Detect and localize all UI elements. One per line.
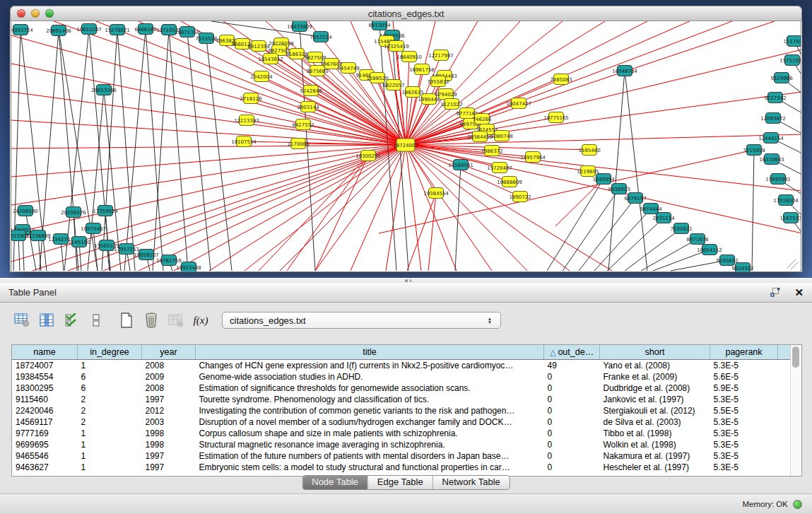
graph-node[interactable]: 9227342 bbox=[764, 93, 786, 103]
tab-edge-table[interactable]: Edge Table bbox=[367, 476, 433, 489]
column-header-short[interactable]: short bbox=[600, 345, 710, 360]
graph-node-label: 7857224 bbox=[310, 35, 332, 40]
table-row[interactable]: 1872400712008Changes of HCN gene express… bbox=[12, 360, 798, 372]
table-row[interactable]: 946554611997Estimation of the future num… bbox=[12, 450, 798, 462]
graph-node[interactable]: 16961758 bbox=[409, 64, 435, 75]
edge-red bbox=[11, 145, 406, 148]
graph-node-label: 12923448 bbox=[176, 265, 201, 271]
graph-node[interactable]: 12217987 bbox=[428, 50, 454, 61]
tab-network-table[interactable]: Network Table bbox=[433, 476, 510, 489]
graph-node[interactable]: 18775165 bbox=[543, 112, 569, 123]
column-header-pagerank[interactable]: pagerank bbox=[710, 345, 778, 360]
graph-node[interactable]: 15751074 bbox=[779, 55, 801, 66]
graph-node[interactable]: 10653287 bbox=[76, 24, 102, 35]
graph-node[interactable]: 1117504 bbox=[783, 36, 801, 47]
graph-node[interactable]: 26206590 bbox=[13, 206, 38, 216]
create-table-icon[interactable] bbox=[119, 313, 134, 328]
column-header-in_degree[interactable]: in_degree bbox=[78, 345, 142, 360]
graph-node[interactable]: 10654112 bbox=[697, 245, 722, 255]
graph-node[interactable]: 7632621 bbox=[670, 223, 692, 234]
graph-node[interactable]: 1167533 bbox=[779, 213, 801, 223]
column-header-year[interactable]: year bbox=[142, 345, 196, 360]
graph-node[interactable]: 16033809 bbox=[287, 21, 312, 32]
graph-node[interactable]: 12923448 bbox=[176, 262, 201, 272]
graph-node-label: 10107534 bbox=[231, 139, 257, 145]
column-header-name[interactable]: name bbox=[12, 345, 78, 360]
graph-node[interactable]: 8471676 bbox=[686, 234, 709, 245]
function-builder-icon[interactable]: f(x) bbox=[193, 313, 208, 328]
table-row[interactable]: 969969511998Structural magnetic resonanc… bbox=[12, 439, 798, 450]
panel-splitter[interactable] bbox=[0, 278, 812, 283]
graph-node[interactable]: 18724007 bbox=[393, 139, 418, 151]
table-row[interactable]: 911546021997Tourette syndrome. Phenomeno… bbox=[12, 394, 798, 405]
graph-node[interactable]: 12444154 bbox=[758, 133, 784, 144]
graph-node[interactable]: 7857224 bbox=[310, 32, 332, 42]
graph-node[interactable]: 8938923 bbox=[608, 184, 630, 194]
graph-node[interactable]: 1640954 bbox=[592, 174, 615, 185]
float-panel-icon[interactable] bbox=[767, 285, 783, 300]
graph-node[interactable]: 12093872 bbox=[760, 113, 786, 124]
graph-node[interactable]: 1862615 bbox=[401, 87, 423, 98]
graph-node[interactable]: 17016504 bbox=[773, 195, 799, 206]
graph-node[interactable]: 6466160 bbox=[134, 24, 156, 35]
graph-node[interactable]: 16782759 bbox=[156, 255, 182, 266]
table-row[interactable]: 1938455462009Genome-wide association stu… bbox=[12, 371, 798, 382]
graph-node[interactable]: 10688609 bbox=[497, 177, 522, 187]
graph-node[interactable]: 10107534 bbox=[231, 136, 257, 147]
delete-attribute-icon[interactable] bbox=[143, 313, 159, 328]
graph-node[interactable]: 6822057 bbox=[382, 80, 404, 90]
graph-node[interactable]: 10975487 bbox=[81, 223, 106, 234]
graph-node-label: 9242848 bbox=[300, 88, 322, 94]
table-settings-icon[interactable] bbox=[14, 313, 30, 328]
apply-selected-icon[interactable] bbox=[64, 313, 79, 328]
graph-node-label: 12213383 bbox=[234, 118, 259, 124]
dropdown-arrows-icon: ▲▼ bbox=[482, 317, 500, 325]
table-row[interactable]: 1830029562008Estimation of significance … bbox=[12, 382, 798, 394]
desktop-background: citations_edges.txt 24055724208914061065… bbox=[0, 0, 812, 278]
graph-node[interactable]: 20891406 bbox=[46, 25, 71, 36]
graph-node[interactable]: 20206576 bbox=[61, 207, 86, 218]
table-select-dropdown[interactable]: citations_edges.txt ▲▼ bbox=[222, 312, 501, 329]
edge-black bbox=[653, 250, 710, 271]
graph-node[interactable]: 1121022 bbox=[440, 99, 462, 110]
graph-node[interactable]: 9329966 bbox=[770, 73, 793, 83]
network-window-titlebar[interactable]: citations_edges.txt bbox=[10, 6, 802, 21]
table-cell: 0 bbox=[544, 450, 600, 462]
graph-node-label: 24055724 bbox=[11, 28, 33, 33]
graph-node-label: 7515526 bbox=[195, 36, 218, 42]
graph-node-label: 8454749 bbox=[337, 66, 359, 71]
graph-node[interactable]: 24055724 bbox=[11, 25, 33, 35]
graph-node[interactable]: 2718126 bbox=[240, 93, 262, 104]
graph-node[interactable]: 15692991 bbox=[765, 174, 791, 185]
graph-node[interactable]: 746266 bbox=[473, 114, 492, 124]
graph-node[interactable]: 1595460 bbox=[578, 145, 600, 156]
column-header-title[interactable]: title bbox=[196, 345, 544, 360]
graph-node[interactable]: 1170066 bbox=[287, 139, 310, 149]
vertical-scrollbar[interactable] bbox=[790, 345, 801, 476]
table-row[interactable]: 977716911998Corpus callosum shape and si… bbox=[12, 428, 798, 439]
show-columns-icon[interactable] bbox=[39, 313, 54, 328]
column-header-out_de[interactable]: △ out_de… bbox=[544, 345, 600, 360]
tab-node-table[interactable]: Node Table bbox=[302, 476, 367, 489]
table-row[interactable]: 2242004622012Investigating the contribut… bbox=[12, 405, 798, 416]
graph-node[interactable]: 1219695 bbox=[577, 166, 599, 177]
graph-node-label: 1145190 bbox=[68, 240, 90, 245]
close-panel-icon[interactable]: ✕ bbox=[794, 287, 804, 298]
graph-node[interactable]: 8813054 bbox=[368, 21, 391, 30]
network-view-canvas[interactable]: 2405572420891406106532871527602164661601… bbox=[11, 21, 801, 272]
graph-node[interactable]: 9824502 bbox=[731, 263, 753, 272]
graph-node[interactable]: 18640910 bbox=[396, 52, 422, 62]
graph-node[interactable]: 12213383 bbox=[234, 115, 259, 126]
table-cell: Tourette syndrome. Phenomenology and cla… bbox=[196, 394, 544, 405]
graph-node-label: 26206590 bbox=[13, 209, 38, 214]
table-row[interactable]: 946362711997Embryonic stem cells: a mode… bbox=[12, 462, 798, 473]
scrollbar-thumb[interactable] bbox=[792, 346, 799, 368]
table-row[interactable]: 1456911722003Disruption of a novel membe… bbox=[12, 416, 798, 428]
graph-node[interactable]: 19384554 bbox=[423, 188, 449, 199]
row-options-icon[interactable] bbox=[88, 313, 104, 328]
graph-node[interactable]: 16210643 bbox=[759, 154, 784, 165]
graph-node-label: 12325419 bbox=[384, 44, 409, 49]
graph-node[interactable]: 3215958 bbox=[743, 145, 765, 156]
graph-node-label: 9827508 bbox=[304, 55, 326, 61]
graph-node[interactable]: 9245652 bbox=[716, 255, 738, 266]
